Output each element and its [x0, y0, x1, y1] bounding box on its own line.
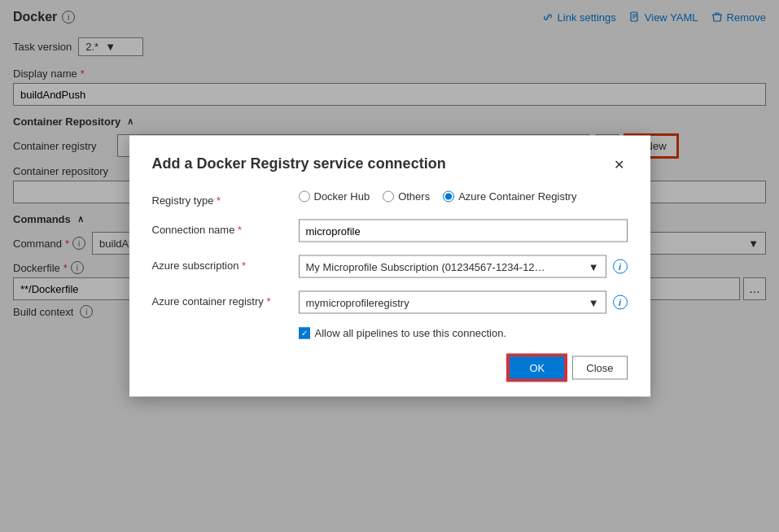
close-button[interactable]: Close: [572, 356, 627, 380]
azure-container-registry-label: Azure container registry *: [152, 291, 299, 307]
modal-header: Add a Docker Registry service connection…: [152, 155, 628, 174]
connection-name-input[interactable]: [299, 220, 628, 242]
azure-subscription-label: Azure subscription *: [152, 255, 299, 272]
radio-docker-hub-label: Docker Hub: [314, 190, 370, 203]
connection-name-label: Connection name *: [152, 220, 299, 236]
modal-close-button[interactable]: ✕: [611, 155, 628, 174]
azure-container-registry-value: mymicroprofileregistry: [306, 296, 409, 308]
azure-subscription-value: My Microprofile Subscription (01234567-1…: [306, 260, 550, 273]
radio-acr-label: Azure Container Registry: [458, 190, 576, 203]
allow-pipelines-label: Allow all pipelines to use this connecti…: [315, 327, 507, 339]
registry-type-row: Registry type * Docker Hub Others Azure …: [152, 190, 628, 207]
modal-title: Add a Docker Registry service connection: [152, 155, 611, 172]
radio-docker-hub[interactable]: Docker Hub: [299, 190, 370, 203]
registry-type-radio-group: Docker Hub Others Azure Container Regist…: [299, 190, 577, 203]
checkbox-checkmark: ✓: [301, 329, 308, 338]
radio-others[interactable]: Others: [383, 190, 430, 203]
azure-container-registry-select[interactable]: mymicroprofileregistry ▼: [299, 291, 606, 314]
acr-chevron: ▼: [589, 296, 599, 308]
modal-footer: OK Close: [152, 355, 628, 381]
azure-subscription-info-icon[interactable]: i: [613, 259, 628, 274]
radio-docker-hub-circle: [299, 190, 310, 202]
azure-subscription-row: Azure subscription * My Microprofile Sub…: [152, 255, 628, 278]
radio-others-label: Others: [398, 190, 430, 203]
azure-subscription-chevron: ▼: [589, 260, 599, 273]
radio-acr-circle: [443, 190, 454, 202]
registry-type-label: Registry type *: [152, 190, 299, 207]
radio-azure-container-registry[interactable]: Azure Container Registry: [443, 190, 576, 203]
ok-button[interactable]: OK: [508, 355, 566, 381]
connection-name-row: Connection name *: [152, 220, 628, 242]
checkbox-area: ✓ Allow all pipelines to use this connec…: [152, 327, 628, 339]
allow-pipelines-checkbox-row[interactable]: ✓ Allow all pipelines to use this connec…: [299, 327, 628, 339]
radio-others-circle: [383, 190, 394, 202]
acr-info-icon[interactable]: i: [613, 295, 628, 310]
allow-pipelines-checkbox[interactable]: ✓: [299, 327, 310, 338]
azure-subscription-select[interactable]: My Microprofile Subscription (01234567-1…: [299, 255, 606, 278]
azure-container-registry-row: Azure container registry * mymicroprofil…: [152, 291, 628, 314]
modal-dialog: Add a Docker Registry service connection…: [129, 136, 650, 397]
